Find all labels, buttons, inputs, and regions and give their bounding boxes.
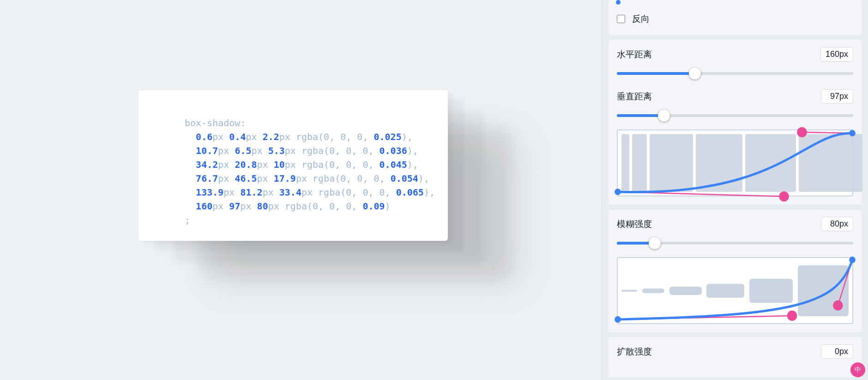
- distance-curve-editor[interactable]: [617, 129, 853, 196]
- panel-reverse: 反向: [609, 0, 862, 35]
- blur-label: 模糊强度: [617, 218, 652, 230]
- reverse-checkbox[interactable]: [617, 15, 625, 23]
- spread-label: 扩散强度: [617, 346, 652, 358]
- svg-point-11: [833, 300, 843, 311]
- ime-indicator[interactable]: 中: [850, 362, 865, 377]
- blur-slider[interactable]: [617, 238, 853, 249]
- blur-value[interactable]: 80px: [821, 217, 853, 231]
- css-code-block[interactable]: box-shadow: 0.6px 0.4px 2.2px rgba(0, 0,…: [185, 116, 429, 227]
- reverse-label: 反向: [632, 14, 650, 24]
- panel-blur: 模糊强度 80px: [609, 209, 862, 332]
- svg-point-10: [787, 311, 797, 321]
- svg-point-9: [849, 257, 856, 263]
- svg-point-8: [615, 316, 621, 323]
- svg-point-2: [615, 189, 621, 195]
- hdist-value[interactable]: 160px: [820, 47, 853, 61]
- vdist-value[interactable]: 97px: [821, 89, 853, 104]
- controls-sidebar: 反向 水平距离 160px 垂直距离 97px 模糊强度 80px: [602, 0, 868, 380]
- svg-point-3: [849, 130, 856, 136]
- hdist-slider[interactable]: [617, 68, 853, 79]
- vdist-slider[interactable]: [617, 110, 853, 121]
- reverse-checkbox-row[interactable]: 反向: [617, 13, 853, 25]
- preview-pane: box-shadow: 0.6px 0.4px 2.2px rgba(0, 0,…: [0, 0, 602, 380]
- spread-value[interactable]: 0px: [821, 344, 853, 359]
- blur-curve-editor[interactable]: [617, 257, 853, 324]
- svg-point-5: [797, 127, 807, 137]
- vdist-label: 垂直距离: [617, 91, 652, 103]
- svg-point-4: [779, 191, 789, 202]
- shadow-preview-card: box-shadow: 0.6px 0.4px 2.2px rgba(0, 0,…: [139, 90, 448, 241]
- panel-distance: 水平距离 160px 垂直距离 97px: [609, 40, 862, 205]
- panel-spread: 扩散强度 0px: [609, 337, 862, 377]
- ime-indicator-text: 中: [855, 366, 861, 374]
- hdist-label: 水平距离: [617, 49, 652, 61]
